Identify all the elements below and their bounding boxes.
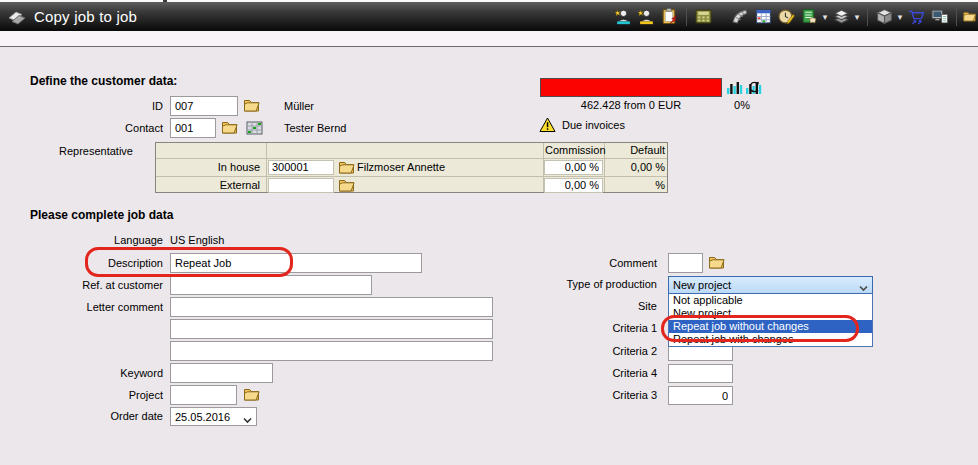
contact-name: Tester Bernd: [284, 118, 346, 138]
credit-limit-bar: [540, 78, 722, 97]
option-new-project[interactable]: New project: [669, 307, 872, 320]
inhouse-rep-name: Filzmoser Annette: [357, 159, 445, 176]
project-input[interactable]: [170, 385, 237, 405]
address-book-icon[interactable]: [246, 121, 263, 135]
external-rep-input[interactable]: [268, 178, 334, 193]
due-invoices-text: Due invoices: [562, 117, 625, 134]
criteria-1-label: Criteria 1: [560, 322, 657, 334]
folder-open-icon[interactable]: [338, 179, 355, 192]
folder-open-icon[interactable]: [708, 256, 725, 269]
customer-section-heading: Define the customer data:: [30, 74, 177, 88]
customer-id-input[interactable]: [170, 96, 238, 116]
toolbar-separator: [867, 8, 868, 26]
representative-table: Commission Default In house Filzmoser An…: [155, 142, 668, 193]
folder-open-icon[interactable]: [338, 161, 355, 174]
folder-open-icon[interactable]: [221, 121, 238, 134]
chevron-down-icon[interactable]: ▾: [821, 12, 829, 22]
column-header-commission: Commission: [545, 142, 602, 158]
letter-comment-input-3[interactable]: [170, 341, 493, 361]
contact-id-input[interactable]: [170, 118, 216, 138]
letter-comment-label: Letter comment: [20, 297, 163, 317]
external-row-label: External: [156, 177, 260, 194]
order-date-combobox[interactable]: 25.05.2016: [170, 407, 257, 426]
terminal-icon[interactable]: [929, 6, 950, 27]
chevron-down-icon[interactable]: ▾: [896, 12, 904, 22]
chevron-down-icon: [859, 282, 868, 294]
folder-open-icon[interactable]: [243, 99, 260, 112]
criteria-3-label: Criteria 3: [560, 386, 657, 405]
order-date-label: Order date: [20, 407, 163, 426]
spreadsheet-icon[interactable]: [753, 6, 774, 27]
type-of-production-dropdown-list: Not applicable New project Repeat job wi…: [668, 294, 873, 347]
column-header-default: Default: [606, 142, 665, 158]
copy-pages-icon: [8, 9, 26, 25]
catalog-dropdown-icon[interactable]: [799, 6, 820, 27]
folder-icon[interactable]: [963, 6, 976, 27]
inhouse-commission-input[interactable]: [544, 160, 603, 175]
letter-comment-input-2[interactable]: [170, 319, 493, 339]
bar-chart-icon[interactable]: [726, 79, 743, 96]
documents-dropdown-icon[interactable]: [831, 6, 852, 27]
keyword-input[interactable]: [170, 363, 273, 383]
type-of-production-combobox[interactable]: New project: [668, 276, 873, 294]
copy-job-to-job-window: Copy job to job ▾ ▾: [0, 0, 978, 465]
chevron-down-icon[interactable]: ▾: [853, 12, 861, 22]
description-label: Description: [20, 253, 163, 273]
warning-icon[interactable]: [539, 117, 556, 133]
time-tracking-icon[interactable]: [776, 6, 797, 27]
inhouse-default-value: 0,00 %: [606, 159, 665, 176]
comment-label: Comment: [560, 253, 657, 273]
external-default-value: %: [606, 177, 665, 194]
criteria-2-label: Criteria 2: [560, 342, 657, 361]
option-repeat-job-with-changes[interactable]: Repeat job with changes: [669, 333, 872, 346]
sub-toolbar-strip: [0, 31, 978, 47]
assign-user-icon[interactable]: [613, 6, 634, 27]
credit-percent-text: 0%: [720, 99, 764, 111]
type-of-production-value: New project: [673, 279, 731, 291]
letter-comment-input-1[interactable]: [170, 297, 493, 317]
ref-at-customer-label: Ref. at customer: [20, 275, 163, 295]
toolbar: ▾ ▾ ▾: [613, 2, 976, 31]
brush-icon[interactable]: [730, 6, 751, 27]
inhouse-row-label: In house: [156, 159, 260, 176]
chevron-down-icon: [243, 414, 252, 426]
calculator-icon[interactable]: [693, 6, 714, 27]
contact-label: Contact: [20, 118, 163, 138]
package-dropdown-icon[interactable]: [874, 6, 895, 27]
credit-amount-text: 462.428 from 0 EUR: [540, 99, 722, 111]
option-not-applicable[interactable]: Not applicable: [669, 294, 872, 307]
clipboard-report-icon[interactable]: [659, 6, 680, 27]
cart-icon[interactable]: [906, 6, 927, 27]
bar-chart-refresh-icon[interactable]: [745, 79, 762, 96]
inhouse-rep-input[interactable]: [268, 160, 334, 175]
order-date-value: 25.05.2016: [175, 411, 230, 423]
folder-open-icon[interactable]: [243, 388, 260, 401]
ref-at-customer-input[interactable]: [170, 275, 372, 295]
project-label: Project: [20, 385, 163, 405]
criteria-4-input[interactable]: [668, 364, 733, 383]
language-label: Language: [20, 233, 163, 248]
keyword-label: Keyword: [20, 363, 163, 383]
customer-name: Müller: [284, 96, 314, 116]
language-value: US English: [170, 233, 224, 248]
external-commission-input[interactable]: [544, 178, 603, 193]
criteria-4-label: Criteria 4: [560, 364, 657, 383]
job-section-heading: Please complete job data: [30, 208, 173, 222]
toolbar-separator: [686, 8, 687, 26]
toolbar-separator: [956, 8, 957, 26]
comment-input[interactable]: [668, 253, 703, 273]
type-of-production-label: Type of production: [560, 275, 657, 294]
add-user-icon[interactable]: [636, 6, 657, 27]
criteria-3-input[interactable]: [668, 386, 733, 405]
id-label: ID: [20, 96, 163, 116]
site-label: Site: [560, 300, 657, 312]
option-repeat-job-without-changes[interactable]: Repeat job without changes: [669, 320, 872, 333]
representative-label: Representative: [20, 144, 133, 158]
description-input[interactable]: [170, 253, 422, 273]
window-title: Copy job to job: [34, 8, 137, 25]
